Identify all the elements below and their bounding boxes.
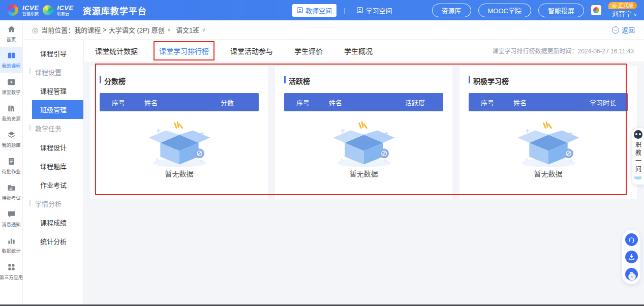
nav-teacher-space-label: 教师空间 — [305, 6, 332, 15]
nav-teacher-space[interactable]: 教师空间 — [292, 4, 336, 17]
logo2-brand: ICVE — [57, 5, 73, 11]
active-learning-ranking-card: 积极学习榜 序号 姓名 学习时长 — [459, 66, 637, 199]
download-button[interactable] — [625, 251, 638, 263]
logo-brand: ICVE — [22, 5, 39, 11]
menu-item-course-grades[interactable]: 课程成绩 — [23, 213, 83, 232]
breadcrumb-root[interactable]: 我的课程 — [74, 25, 101, 35]
headset-icon — [628, 236, 635, 243]
sidebar-item-pending-exams[interactable]: 待批考试 — [0, 179, 22, 205]
sidebar-item-my-courses[interactable]: 我的课程 — [0, 47, 22, 73]
logo2-sub: 职教云 — [57, 12, 73, 16]
logo-sub: 智慧职教 — [22, 12, 39, 16]
header-nav: 教师空间 | 学习空间 — [292, 4, 396, 17]
home-icon — [7, 25, 16, 34]
sidebar-item-my-question-bank[interactable]: 我的题库 — [0, 126, 22, 152]
teacher-space-icon — [297, 7, 303, 13]
ranking-update-time: 课堂学习排行榜数据更新时间：2024-06-27 16:11:43 — [492, 46, 634, 55]
nav-learning-space[interactable]: 学习空间 — [352, 4, 396, 17]
library-icon — [7, 104, 16, 113]
menu-section-course-settings: 课程设置 — [23, 63, 83, 81]
sidebar-item-third-party-apps[interactable]: 第三方应用 — [0, 258, 22, 285]
version-badge: 正式版 — [608, 2, 637, 9]
menu-item-course-design[interactable]: 课程设计 — [23, 138, 83, 157]
menu-item-course-question-bank[interactable]: 课程题库 — [23, 157, 83, 175]
user-menu[interactable]: 刘育宁 ∨ — [612, 10, 637, 18]
breadcrumb-label: 当前位置： — [41, 25, 74, 35]
medal-icon — [612, 4, 617, 8]
empty-text: 暂无数据 — [350, 168, 378, 178]
main-content: 课堂统计数据 课堂学习排行榜 课堂活动参与 学生评价 学生概况 课堂学习排行榜数… — [84, 40, 644, 304]
sidebar-item-pending-homework[interactable]: 待批作业 — [0, 152, 22, 179]
document-icon — [7, 157, 16, 166]
sidebar-item-classroom-teaching[interactable]: 课堂教学 — [0, 73, 22, 100]
smart-cast-button[interactable]: 智能投屏 — [538, 4, 584, 17]
chevron-down-icon: ∨ — [633, 12, 637, 17]
icve-swirl-logo-icon — [7, 5, 18, 16]
download-icon — [628, 254, 635, 260]
menu-item-course-guide[interactable]: 课程引导 — [23, 44, 83, 63]
apps-grid-icon — [7, 263, 16, 271]
empty-state: 暂无数据 — [284, 111, 443, 178]
activity-ranking-card: 活跃榜 序号 姓名 活跃度 — [275, 66, 452, 199]
empty-text: 暂无数据 — [165, 168, 194, 178]
empty-box-illustration — [515, 116, 582, 169]
close-icon: ✕ — [630, 274, 634, 280]
back-arrow-icon: ← — [612, 26, 619, 34]
app-header: ICVE 智慧职教 ICVE 职教云 资源库教学平台 教师空间 | 学习空间 资… — [0, 0, 644, 20]
breadcrumb: ◎ 当前位置： 我的课程 > 大学语文 (2P) 原创 ∨ 语文1班 ∨ ← 返… — [23, 20, 644, 40]
tab-class-learning-ranking[interactable]: 课堂学习排行榜 — [158, 44, 210, 58]
course-side-menu: 课程引导 课程设置 课程管理 班级管理 教学任务 课程设计 课程题库 作业考试 … — [23, 40, 84, 304]
breadcrumb-separator: > — [103, 26, 107, 34]
chevron-down-icon[interactable]: ∨ — [202, 27, 205, 33]
platform-title: 资源库教学平台 — [83, 4, 147, 17]
table-header: 序号 姓名 活跃度 — [284, 93, 443, 111]
robot-assistant-icon — [634, 130, 642, 139]
sidebar-item-home[interactable]: 首页 — [0, 20, 22, 47]
menu-item-statistical-analysis[interactable]: 统计分析 — [23, 232, 83, 251]
sidebar-item-my-resources[interactable]: 我的资源 — [0, 100, 22, 126]
breadcrumb-class-dropdown[interactable]: 语文1班 — [176, 25, 199, 35]
video-play-icon — [7, 78, 16, 86]
icon-rail-sidebar: 首页 我的课程 课堂教学 我的资源 我的题库 待批作业 待批考试 消息通知 数据… — [0, 20, 23, 304]
wave-decoration — [634, 176, 642, 179]
menu-section-teaching-tasks: 教学任务 — [23, 119, 83, 138]
card-title: 积极学习榜 — [469, 76, 628, 86]
breadcrumb-course-dropdown[interactable]: 大学语文 (2P) 原创 — [109, 25, 165, 35]
ranking-cards: 分数榜 序号 姓名 分数 — [90, 66, 637, 199]
username-label: 刘育宁 — [612, 10, 632, 18]
tab-student-evaluation[interactable]: 学生评价 — [293, 44, 324, 58]
menu-section-learning-analysis: 学情分析 — [23, 194, 83, 213]
empty-state: 暂无数据 — [469, 111, 628, 178]
close-floating-toolbar-button[interactable]: ✕ — [628, 273, 636, 281]
layers-icon — [7, 131, 16, 139]
learning-space-icon — [357, 7, 363, 13]
table-header: 序号 姓名 分数 — [100, 93, 259, 111]
nav-divider: | — [344, 7, 345, 14]
user-block: 正式版 刘育宁 ∨ — [608, 2, 637, 18]
sidebar-item-data-statistics[interactable]: 数据统计 — [0, 232, 22, 258]
menu-item-course-management[interactable]: 课程管理 — [23, 81, 83, 100]
card-title: 分数榜 — [100, 76, 259, 86]
chevron-down-icon[interactable]: ∨ — [167, 27, 171, 33]
message-bubble-icon — [7, 210, 16, 219]
menu-item-homework-exam[interactable]: 作业考试 — [23, 175, 83, 194]
ai-assistant-widget[interactable]: 职教一问 — [632, 128, 644, 185]
resource-library-button[interactable]: 资源库 — [432, 4, 471, 17]
menu-item-class-management[interactable]: 班级管理 — [32, 100, 83, 119]
tab-student-overview[interactable]: 学生概况 — [343, 44, 374, 58]
table-header: 序号 姓名 学习时长 — [469, 93, 628, 111]
app-mini-logo-icon[interactable] — [591, 5, 601, 15]
icve-shell-logo-icon — [41, 3, 55, 17]
mooc-academy-button[interactable]: MOOC学院 — [478, 4, 531, 17]
customer-service-button[interactable] — [625, 233, 638, 246]
open-book-icon — [7, 51, 16, 60]
bar-chart-icon — [7, 236, 16, 245]
location-pin-icon: ◎ — [32, 26, 38, 34]
tab-class-statistics[interactable]: 课堂统计数据 — [94, 44, 139, 58]
assistant-label: 职教一问 — [634, 141, 642, 174]
header-right: 资源库 MOOC学院 智能投屏 正式版 刘育宁 ∨ — [432, 2, 637, 18]
tab-class-activity-participation[interactable]: 课堂活动参与 — [229, 44, 274, 58]
sidebar-item-notifications[interactable]: 消息通知 — [0, 205, 22, 232]
back-button[interactable]: ← 返回 — [612, 25, 635, 35]
nav-learning-space-label: 学习空间 — [365, 6, 392, 15]
